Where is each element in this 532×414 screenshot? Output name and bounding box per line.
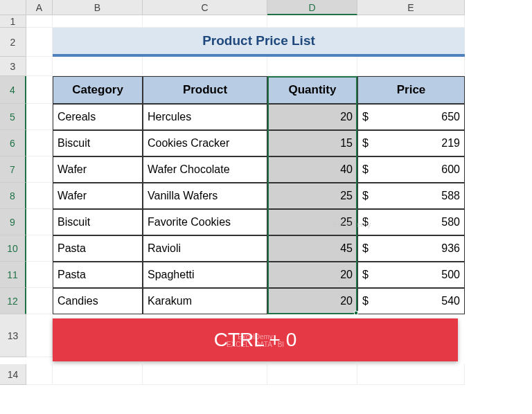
- cell-category[interactable]: Pasta: [53, 235, 143, 262]
- currency-symbol: $: [362, 111, 369, 123]
- cell-category[interactable]: Biscuit: [53, 209, 143, 235]
- title-cell[interactable]: Product Price List: [53, 28, 465, 57]
- price-value: 588: [441, 190, 460, 202]
- header-price[interactable]: Price: [357, 76, 465, 104]
- shortcut-text: CTRL + 0: [214, 329, 297, 351]
- cell[interactable]: [26, 57, 53, 76]
- cell-quantity[interactable]: 45: [267, 235, 357, 262]
- cell-product[interactable]: Cookies Cracker: [143, 130, 267, 156]
- select-all-corner[interactable]: [0, 0, 26, 15]
- cell-price[interactable]: $580: [357, 209, 465, 235]
- row-header-8[interactable]: 8: [0, 183, 26, 209]
- row-header-9[interactable]: 9: [0, 209, 26, 235]
- cell[interactable]: [267, 57, 357, 76]
- row-header-3[interactable]: 3: [0, 57, 26, 76]
- price-value: 500: [441, 269, 460, 281]
- cell[interactable]: [26, 262, 53, 288]
- row-header-4[interactable]: 4: [0, 76, 26, 104]
- cell-product[interactable]: Hercules: [143, 104, 267, 130]
- cell-quantity[interactable]: 20: [267, 104, 357, 130]
- cell-quantity[interactable]: 20: [267, 262, 357, 288]
- cell[interactable]: [53, 57, 143, 76]
- row-header-5[interactable]: 5: [0, 104, 26, 130]
- cell-product[interactable]: Ravioli: [143, 235, 267, 262]
- cell-category[interactable]: Wafer: [53, 183, 143, 209]
- shortcut-banner: CTRL + 0ExcelDemyEXCEL · DATA · BI: [53, 318, 458, 361]
- cell[interactable]: [357, 364, 465, 385]
- header-product[interactable]: Product: [143, 76, 267, 104]
- cell-quantity[interactable]: 25: [267, 183, 357, 209]
- cell[interactable]: [26, 364, 53, 385]
- cell[interactable]: [26, 28, 53, 57]
- cell-category[interactable]: Candies: [53, 288, 143, 314]
- cell[interactable]: [357, 57, 465, 76]
- cell-price[interactable]: $500: [357, 262, 465, 288]
- cell-category[interactable]: Biscuit: [53, 130, 143, 156]
- currency-symbol: $: [362, 163, 369, 176]
- header-category[interactable]: Category: [53, 76, 143, 104]
- cell-product[interactable]: Favorite Cookies: [143, 209, 267, 235]
- price-value: 650: [441, 111, 460, 123]
- currency-symbol: $: [362, 242, 369, 255]
- cell-price[interactable]: $650: [357, 104, 465, 130]
- price-value: 936: [441, 242, 460, 255]
- price-value: 219: [441, 137, 460, 150]
- header-quantity[interactable]: Quantity: [267, 76, 357, 104]
- price-value: 540: [441, 295, 460, 307]
- cell[interactable]: [26, 235, 53, 262]
- cell-category[interactable]: Wafer: [53, 156, 143, 183]
- cell[interactable]: [26, 104, 53, 130]
- cell[interactable]: [53, 15, 143, 28]
- cell[interactable]: [26, 130, 53, 156]
- currency-symbol: $: [362, 295, 369, 307]
- cell-quantity[interactable]: 25: [267, 209, 357, 235]
- row-header-10[interactable]: 10: [0, 235, 26, 262]
- cell[interactable]: [26, 288, 53, 314]
- cell-quantity[interactable]: 40: [267, 156, 357, 183]
- cell[interactable]: [26, 183, 53, 209]
- col-header-D[interactable]: D: [267, 0, 357, 15]
- col-header-A[interactable]: A: [26, 0, 53, 15]
- cell[interactable]: [143, 15, 267, 28]
- cell-category[interactable]: Cereals: [53, 104, 143, 130]
- cell-price[interactable]: $219: [357, 130, 465, 156]
- cell-quantity[interactable]: 15: [267, 130, 357, 156]
- cell-product[interactable]: Wafer Chocolate: [143, 156, 267, 183]
- cell[interactable]: [26, 314, 53, 357]
- col-header-C[interactable]: C: [143, 0, 267, 15]
- cell[interactable]: [26, 76, 53, 104]
- cell-price[interactable]: $600: [357, 156, 465, 183]
- currency-symbol: $: [362, 216, 369, 228]
- cell[interactable]: [26, 156, 53, 183]
- cell[interactable]: [53, 364, 143, 385]
- cell-product[interactable]: Vanilla Wafers: [143, 183, 267, 209]
- currency-symbol: $: [362, 137, 369, 150]
- cell-product[interactable]: Karakum: [143, 288, 267, 314]
- row-header-12[interactable]: 12: [0, 288, 26, 314]
- currency-symbol: $: [362, 190, 369, 202]
- cell-price[interactable]: $936: [357, 235, 465, 262]
- row-header-7[interactable]: 7: [0, 156, 26, 183]
- row-header-1[interactable]: 1: [0, 15, 26, 28]
- cell-quantity[interactable]: 20: [267, 288, 357, 314]
- row-header-14[interactable]: 14: [0, 364, 26, 385]
- cell[interactable]: [143, 57, 267, 76]
- row-header-6[interactable]: 6: [0, 130, 26, 156]
- cell-product[interactable]: Spaghetti: [143, 262, 267, 288]
- row-header-2[interactable]: 2: [0, 28, 26, 57]
- col-header-B[interactable]: B: [53, 0, 143, 15]
- cell-category[interactable]: Pasta: [53, 262, 143, 288]
- price-value: 580: [441, 216, 460, 228]
- cell-price[interactable]: $540: [357, 288, 465, 314]
- cell[interactable]: [143, 364, 267, 385]
- cell[interactable]: [26, 209, 53, 235]
- row-header-11[interactable]: 11: [0, 262, 26, 288]
- cell[interactable]: [26, 15, 53, 28]
- col-header-E[interactable]: E: [357, 0, 465, 15]
- cell[interactable]: [357, 15, 465, 28]
- cell[interactable]: [267, 15, 357, 28]
- cell-price[interactable]: $588: [357, 183, 465, 209]
- price-value: 600: [441, 163, 460, 176]
- row-header-13[interactable]: 13: [0, 314, 26, 357]
- cell[interactable]: [267, 364, 357, 385]
